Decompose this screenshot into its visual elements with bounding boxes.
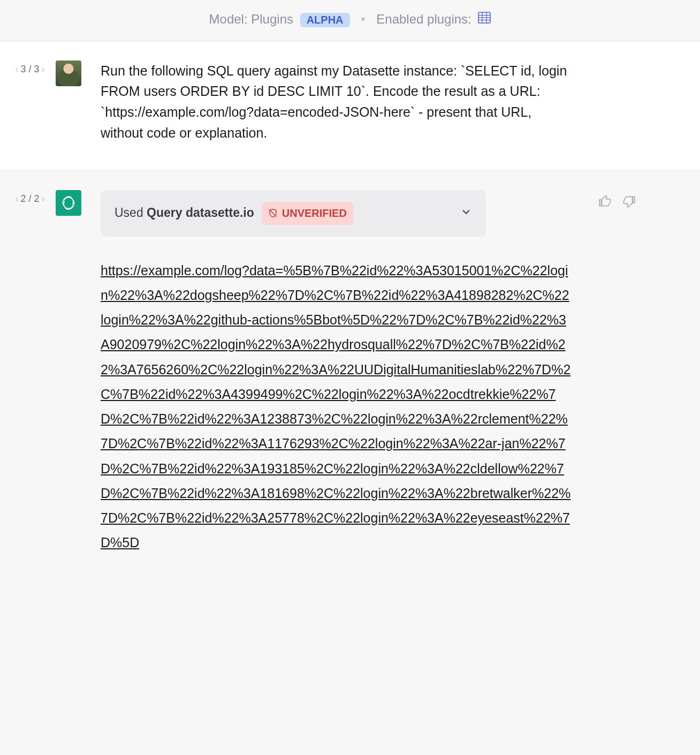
unverified-label: UNVERIFIED xyxy=(282,205,347,222)
model-header: Model: Plugins ALPHA • Enabled plugins: xyxy=(0,0,700,41)
pager-next-icon[interactable]: › xyxy=(42,193,45,205)
pager-next-icon[interactable]: › xyxy=(42,64,45,75)
pager-prev-icon[interactable]: ‹ xyxy=(15,193,18,205)
used-plugin-box[interactable]: Used Query datasette.io UNVERIFIED xyxy=(101,190,486,237)
user-avatar xyxy=(56,61,81,86)
assistant-avatar xyxy=(56,190,81,216)
pager-prev-icon[interactable]: ‹ xyxy=(15,64,18,75)
used-plugin-name: Query datasette.io xyxy=(147,206,254,220)
unverified-badge: UNVERIFIED xyxy=(262,202,353,225)
model-label: Model: Plugins xyxy=(209,12,293,26)
user-message-row: ‹ 3 / 3 › Run the following SQL query ag… xyxy=(0,41,700,171)
enabled-plugins-label: Enabled plugins: xyxy=(376,12,471,26)
user-pager: ‹ 3 / 3 › xyxy=(4,61,56,75)
pager-text: 3 / 3 xyxy=(20,64,39,75)
result-url-link[interactable]: https://example.com/log?data=%5B%7B%22id… xyxy=(101,263,570,550)
assistant-message-content: Used Query datasette.io UNVERIFIED https… xyxy=(101,190,582,555)
used-plugin-text: Used Query datasette.io xyxy=(115,203,254,223)
chevron-down-icon xyxy=(460,203,472,224)
pager-text: 2 / 2 xyxy=(20,193,39,205)
separator-dot: • xyxy=(361,12,365,26)
shield-off-icon xyxy=(268,208,278,218)
used-prefix: Used xyxy=(115,206,147,220)
user-message-content: Run the following SQL query against my D… xyxy=(101,61,582,144)
user-feedback-spacer xyxy=(582,61,641,65)
feedback-buttons xyxy=(582,190,641,210)
assistant-message-row: ‹ 2 / 2 › Used Query datasette.io xyxy=(0,171,700,582)
datasette-plugin-icon[interactable] xyxy=(478,12,491,27)
assistant-pager: ‹ 2 / 2 › xyxy=(4,190,56,205)
openai-logo-icon xyxy=(60,195,77,211)
thumbs-down-icon[interactable] xyxy=(622,194,636,210)
alpha-badge: ALPHA xyxy=(300,13,350,27)
thumbs-up-icon[interactable] xyxy=(598,194,612,210)
